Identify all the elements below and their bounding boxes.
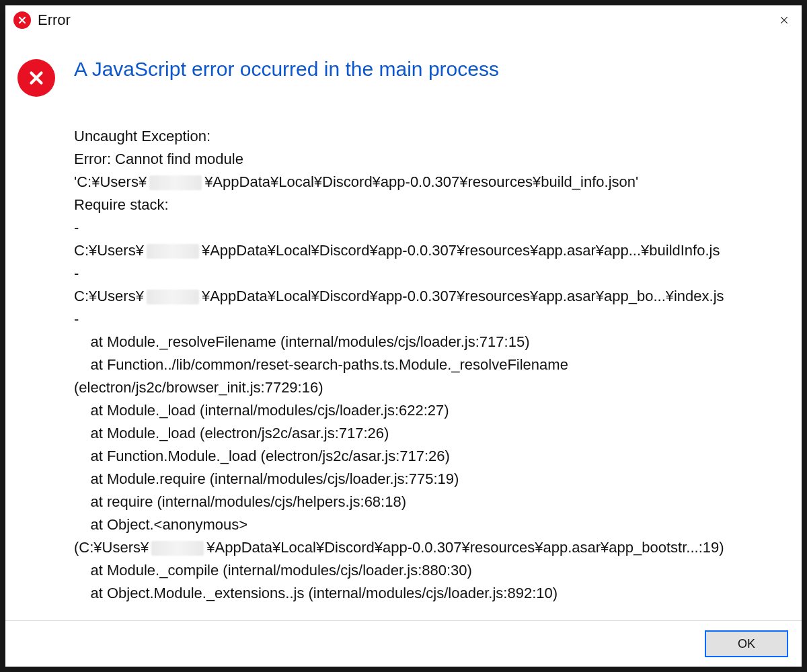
redacted-username — [149, 175, 202, 190]
msg-line: at Function../lib/common/reset-search-pa… — [74, 356, 568, 373]
redacted-username — [147, 244, 199, 259]
msg-line: ¥AppData¥Local¥Discord¥app-0.0.307¥resou… — [206, 539, 724, 556]
msg-line: at Module._load (electron/js2c/asar.js:7… — [74, 425, 389, 442]
titlebar-left: Error — [13, 11, 71, 29]
msg-line: at Module._resolveFilename (internal/mod… — [74, 333, 529, 350]
msg-line: at Module.require (internal/modules/cjs/… — [74, 470, 459, 487]
msg-line: (electron/js2c/browser_init.js:7729:16) — [74, 379, 323, 396]
msg-line: C:¥Users¥ — [74, 242, 144, 259]
dialog-content: A JavaScript error occurred in the main … — [74, 55, 781, 605]
msg-line: at Function.Module._load (electron/js2c/… — [74, 448, 450, 464]
error-dialog: Error A JavaScript error occurred in the… — [5, 5, 802, 667]
dialog-heading: A JavaScript error occurred in the main … — [74, 58, 781, 81]
close-icon — [779, 15, 790, 26]
msg-line: - — [74, 310, 79, 327]
msg-line: at Module._compile (internal/modules/cjs… — [74, 562, 472, 579]
msg-line: ¥AppData¥Local¥Discord¥app-0.0.307¥resou… — [204, 173, 638, 190]
msg-line: at Module._load (internal/modules/cjs/lo… — [74, 402, 449, 419]
msg-line: (C:¥Users¥ — [74, 539, 149, 556]
error-large-icon — [17, 59, 55, 97]
msg-line: - — [74, 219, 79, 236]
msg-line: C:¥Users¥ — [74, 288, 144, 304]
dialog-body: A JavaScript error occurred in the main … — [5, 35, 802, 620]
close-button[interactable] — [767, 5, 802, 35]
window-title: Error — [38, 11, 71, 29]
dialog-footer: OK — [5, 620, 802, 667]
titlebar: Error — [5, 5, 802, 35]
redacted-username — [151, 541, 204, 556]
msg-line: Uncaught Exception: — [74, 128, 210, 144]
msg-line: ¥AppData¥Local¥Discord¥app-0.0.307¥resou… — [202, 288, 724, 304]
msg-line: Error: Cannot find module — [74, 151, 243, 167]
error-message: Uncaught Exception: Error: Cannot find m… — [74, 102, 781, 605]
msg-line: - — [74, 265, 79, 282]
msg-line: ¥AppData¥Local¥Discord¥app-0.0.307¥resou… — [202, 242, 720, 259]
error-icon — [13, 11, 31, 29]
msg-line: 'C:¥Users¥ — [74, 173, 147, 190]
msg-line: Require stack: — [74, 196, 169, 213]
msg-line: at require (internal/modules/cjs/helpers… — [74, 493, 406, 510]
redacted-username — [147, 290, 199, 304]
msg-line: at Object.Module._extensions..js (intern… — [74, 585, 558, 601]
msg-line: at Object.<anonymous> — [74, 516, 247, 533]
ok-button[interactable]: OK — [705, 630, 788, 657]
